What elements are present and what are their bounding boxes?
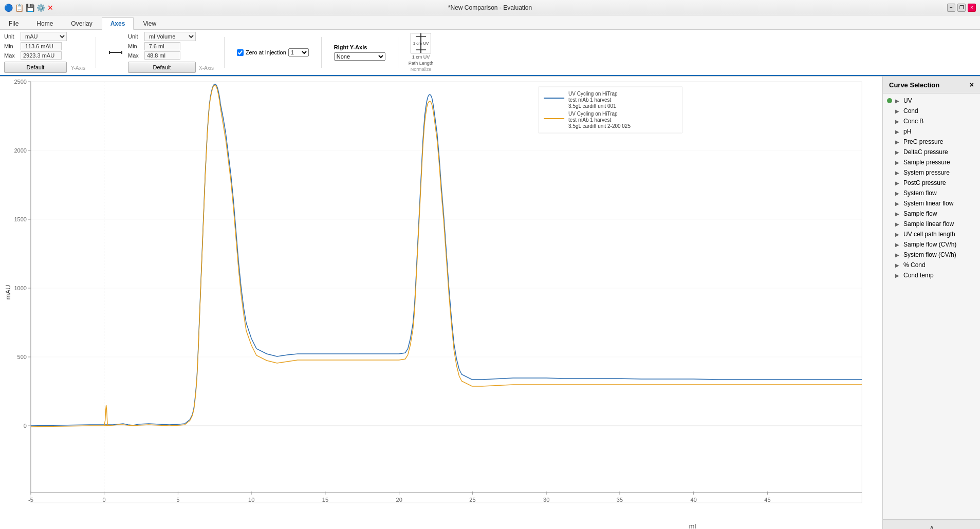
sample-cvh-expand-arrow: ▶ <box>895 242 900 248</box>
curve-item-sample-flow[interactable]: ▶ Sample flow <box>883 209 980 219</box>
close-button[interactable]: × <box>968 4 976 12</box>
svg-text:0: 0 <box>103 497 106 503</box>
app-icon-4: ⚙️ <box>36 4 45 12</box>
uv-cell-label: UV cell path length <box>903 231 976 238</box>
curve-item-sample-linear-flow[interactable]: ▶ Sample linear flow <box>883 219 980 229</box>
zero-injection-checkbox[interactable] <box>237 49 244 56</box>
svg-text:40: 40 <box>691 497 697 503</box>
curve-item-sample-flow-cvh[interactable]: ▶ Sample flow (CV/h) <box>883 239 980 250</box>
concb-label: Conc B <box>903 118 976 125</box>
curve-item-deltac-pressure[interactable]: ▶ DeltaC pressure <box>883 147 980 157</box>
xaxis-min-input[interactable] <box>144 42 180 50</box>
xaxis-unit-select[interactable]: ml Volume <box>144 32 196 41</box>
collapse-button[interactable]: ∧ <box>929 523 934 530</box>
right-panel-bottom: ∧ <box>883 519 980 529</box>
normalize-button[interactable]: 1 cm UV <box>411 33 431 53</box>
curve-selection-close[interactable]: × <box>970 81 974 89</box>
svg-text:20: 20 <box>396 497 402 503</box>
zero-injection-group: Zero at Injection 1 <box>235 46 311 59</box>
xaxis-group-wrapper: Unit ml Volume Min Max Default X-Axis <box>106 32 214 73</box>
normalize-group-label: Normalize <box>411 67 432 72</box>
uv-cell-expand-arrow: ▶ <box>895 232 900 237</box>
svg-text:30: 30 <box>543 497 549 503</box>
yaxis-min-row: Min <box>4 42 67 50</box>
yaxis-group-label: Y-Axis <box>71 65 85 71</box>
window-controls: − ❐ × <box>947 4 976 12</box>
cond-label: Cond <box>903 107 976 115</box>
tab-overlay[interactable]: Overlay <box>62 17 101 29</box>
ph-expand-arrow: ▶ <box>895 129 900 135</box>
xaxis-min-label: Min <box>128 43 142 49</box>
curve-item-system-linear-flow[interactable]: ▶ System linear flow <box>883 198 980 209</box>
prec-label: PreC pressure <box>903 138 976 145</box>
curve-item-uv[interactable]: ▶ UV <box>883 96 980 106</box>
svg-text:2000: 2000 <box>14 147 26 154</box>
right-yaxis-group: Right Y-Axis None <box>332 42 387 63</box>
curve-item-system-flow[interactable]: ▶ System flow <box>883 188 980 198</box>
curve-item-percent-cond[interactable]: ▶ % Cond <box>883 260 980 270</box>
curve-item-cond-temp[interactable]: ▶ Cond temp <box>883 270 980 280</box>
yaxis-min-input[interactable] <box>21 42 62 50</box>
percent-cond-label: % Cond <box>903 261 976 269</box>
xaxis-fields: Unit ml Volume Min Max Default <box>128 32 196 73</box>
yaxis-default-button[interactable]: Default <box>4 62 67 73</box>
tab-home[interactable]: Home <box>28 17 62 29</box>
curve-item-ph[interactable]: ▶ pH <box>883 126 980 137</box>
tab-axes[interactable]: Axes <box>102 17 134 30</box>
app-icon-close[interactable]: ✕ <box>47 4 53 12</box>
divider-4 <box>398 37 398 68</box>
svg-text:1 cm UV: 1 cm UV <box>413 41 429 46</box>
curve-item-system-flow-cvh[interactable]: ▶ System flow (CV/h) <box>883 250 980 260</box>
svg-text:ml: ml <box>689 522 696 529</box>
curve-item-cond[interactable]: ▶ Cond <box>883 106 980 116</box>
right-yaxis-select[interactable]: None <box>334 52 385 61</box>
tab-view[interactable]: View <box>134 17 165 29</box>
sample-linear-flow-label: Sample linear flow <box>903 220 976 228</box>
system-flow-expand-arrow: ▶ <box>895 191 900 196</box>
uv-color-dot <box>887 98 892 103</box>
legend-text-1c: 3.5gL cardiff unit 001 <box>568 103 616 109</box>
yaxis-unit-select[interactable]: mAU <box>21 32 67 41</box>
legend-text-1b: test mAb 1 harvest <box>568 97 611 103</box>
xaxis-max-row: Max <box>128 51 196 60</box>
right-yaxis-label: Right Y-Axis <box>334 44 385 50</box>
yaxis-max-row: Max <box>4 51 67 60</box>
yaxis-unit-label: Unit <box>4 33 19 40</box>
minimize-button[interactable]: − <box>947 4 955 12</box>
cond-expand-arrow: ▶ <box>895 108 900 114</box>
svg-text:10: 10 <box>248 497 254 503</box>
system-cvh-expand-arrow: ▶ <box>895 252 900 258</box>
deltac-expand-arrow: ▶ <box>895 149 900 155</box>
uv-expand-arrow: ▶ <box>895 98 900 104</box>
curve-item-uv-cell-path-length[interactable]: ▶ UV cell path length <box>883 229 980 239</box>
svg-text:mAU: mAU <box>4 285 12 300</box>
curve-item-concb[interactable]: ▶ Conc B <box>883 116 980 126</box>
curve-selection-header: Curve Selection × <box>883 77 980 93</box>
ribbon-content: Unit mAU Min Max Default Y-Axis <box>0 30 980 76</box>
curve-item-prec-pressure[interactable]: ▶ PreC pressure <box>883 137 980 147</box>
svg-text:5: 5 <box>176 497 179 503</box>
tab-file[interactable]: File <box>0 17 27 29</box>
yaxis-group: Unit mAU Min Max Default Y-Axis <box>4 32 85 73</box>
normalize-label-2: Path Length <box>409 61 434 66</box>
chart-svg: mAU ml 2500 2000 1500 1000 5 <box>0 77 882 529</box>
yaxis-max-input[interactable] <box>21 51 62 60</box>
right-panel: Curve Selection × ▶ UV ▶ Cond ▶ Conc B <box>882 77 980 529</box>
cond-temp-label: Cond temp <box>903 272 976 279</box>
curve-item-sample-pressure[interactable]: ▶ Sample pressure <box>883 157 980 167</box>
svg-text:-5: -5 <box>28 497 33 503</box>
xaxis-group-label: X-Axis <box>199 65 214 71</box>
prec-expand-arrow: ▶ <box>895 139 900 145</box>
zero-injection-row: Zero at Injection 1 <box>237 48 309 56</box>
restore-button[interactable]: ❐ <box>957 4 966 12</box>
system-flow-label: System flow <box>903 190 976 197</box>
yaxis-unit-row: Unit mAU <box>4 32 67 41</box>
curve-item-postc-pressure[interactable]: ▶ PostC pressure <box>883 178 980 188</box>
yaxis-fields: Unit mAU Min Max Default <box>4 32 67 73</box>
svg-text:0: 0 <box>24 423 27 429</box>
postc-expand-arrow: ▶ <box>895 180 900 186</box>
zero-injection-select[interactable]: 1 <box>288 48 309 56</box>
xaxis-max-input[interactable] <box>144 51 180 60</box>
curve-item-system-pressure[interactable]: ▶ System pressure <box>883 167 980 178</box>
xaxis-default-button[interactable]: Default <box>128 62 196 73</box>
